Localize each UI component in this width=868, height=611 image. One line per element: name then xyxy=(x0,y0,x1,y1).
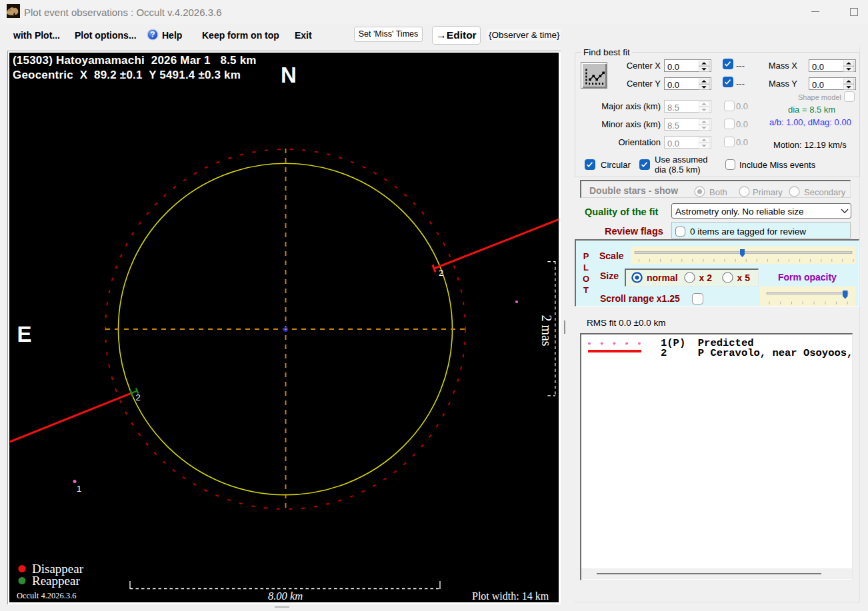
svg-text:2 mas: 2 mas xyxy=(539,314,554,346)
svg-text:8.00 km: 8.00 km xyxy=(268,590,303,602)
svg-text:N: N xyxy=(281,63,297,87)
svg-text:2: 2 xyxy=(439,268,443,278)
svg-text:(15303) Hatoyamamachi 2026 Ma: (15303) Hatoyamamachi 2026 Mar 1 8.5 km xyxy=(13,54,257,67)
svg-text:Reappear: Reappear xyxy=(32,574,80,588)
svg-text:2 P Ceravolo, near Osoyoos: 2 P Ceravolo, near Osoyoos, xyxy=(661,347,853,359)
svg-text:Occult 4.2026.3.6: Occult 4.2026.3.6 xyxy=(17,591,77,600)
svg-text:Geocentric X 89.2 ±0.1 Y 54: Geocentric X 89.2 ±0.1 Y 5491.4 ±0.3 km xyxy=(13,69,241,81)
svg-text:?: ? xyxy=(150,30,155,39)
svg-text:Plot width: 14 km: Plot width: 14 km xyxy=(472,590,549,602)
svg-text:E: E xyxy=(17,322,32,346)
svg-text:2: 2 xyxy=(136,392,141,402)
svg-text:1: 1 xyxy=(77,484,81,494)
